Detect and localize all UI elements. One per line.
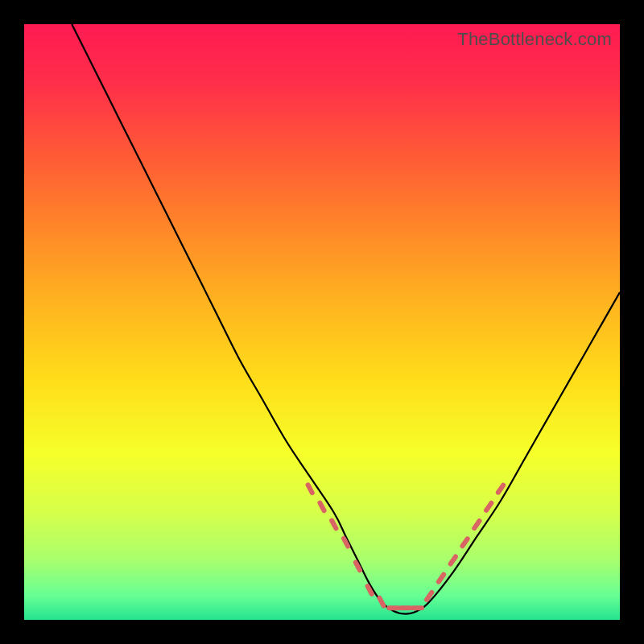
chart-frame: TheBottleneck.com [24,24,620,620]
marker-dash [308,485,312,493]
bottleneck-curve [72,24,620,614]
curve-layer [24,24,620,620]
marker-dash [439,575,444,582]
marker-dash [332,521,336,529]
marker-dash [498,485,503,493]
plot-area: TheBottleneck.com [24,24,620,620]
marker-dash [486,503,491,510]
marker-dash [320,503,324,511]
marker-dash [474,521,479,528]
marker-dash [462,539,467,546]
marker-cluster [308,485,504,608]
watermark-text: TheBottleneck.com [457,29,612,50]
marker-dash [379,598,383,606]
marker-dash [427,592,431,600]
marker-dash [451,556,456,564]
